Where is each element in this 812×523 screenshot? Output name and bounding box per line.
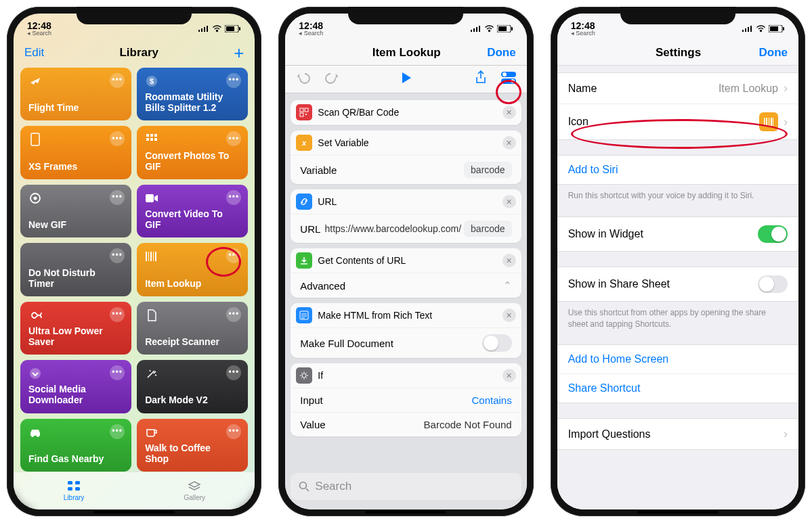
- share-shortcut-button[interactable]: Share Shortcut: [557, 374, 798, 403]
- shortcut-tile[interactable]: ••• New GIF: [20, 185, 131, 237]
- settings-toggle-button[interactable]: [500, 70, 516, 86]
- shortcut-tile[interactable]: ••• Ultra Low PowerSaver: [20, 302, 131, 355]
- screen-settings: 12:48 ◂ Search Settings Done Name Item L…: [557, 14, 798, 509]
- tab-gallery[interactable]: Gallery: [134, 472, 255, 509]
- svg-point-25: [31, 434, 34, 437]
- shortcut-tile[interactable]: ••• Walk to CoffeeShop: [137, 419, 248, 472]
- tile-more-button[interactable]: •••: [226, 424, 241, 439]
- shortcut-tile[interactable]: ••• Find Gas Nearby: [20, 419, 131, 472]
- home-indicator[interactable]: [637, 511, 719, 514]
- remove-action-button[interactable]: ✕: [503, 136, 516, 150]
- search-field[interactable]: Search: [291, 473, 521, 500]
- row-label: Show in Share Sheet: [568, 278, 758, 290]
- action-title: Make HTML from Rich Text: [318, 310, 496, 321]
- action-header[interactable]: If ✕: [291, 363, 521, 388]
- shortcut-tile[interactable]: ••• Do Not DisturbTimer: [20, 243, 131, 296]
- back-to-search[interactable]: ◂ Search: [299, 30, 323, 37]
- remove-action-button[interactable]: ✕: [503, 106, 516, 119]
- edit-button[interactable]: Edit: [24, 46, 44, 60]
- tile-more-button[interactable]: •••: [110, 73, 125, 88]
- widget-toggle[interactable]: [758, 225, 788, 243]
- tile-more-button[interactable]: •••: [110, 190, 125, 205]
- back-to-search[interactable]: ◂ Search: [571, 30, 595, 37]
- plane-icon: [28, 74, 42, 88]
- variable-pill[interactable]: barcode: [464, 162, 512, 178]
- shortcut-tile[interactable]: ••• XS Frames: [20, 126, 131, 179]
- action-row[interactable]: Advanced⌃: [291, 273, 521, 298]
- editor-toolbar: [285, 66, 526, 93]
- action-title: Get Contents of URL: [318, 255, 496, 266]
- share-button[interactable]: [473, 70, 489, 86]
- action-header[interactable]: Get Contents of URL ✕: [291, 248, 521, 273]
- import-questions-row[interactable]: Import Questions ›: [557, 419, 798, 449]
- tab-library[interactable]: Library: [14, 472, 134, 509]
- svg-rect-19: [146, 252, 147, 261]
- remove-action-button[interactable]: ✕: [503, 369, 516, 382]
- tile-more-button[interactable]: •••: [110, 131, 125, 146]
- action-row[interactable]: ValueBarcode Not Found: [291, 413, 521, 436]
- action-header[interactable]: URL ✕: [291, 189, 521, 214]
- remove-action-button[interactable]: ✕: [503, 309, 516, 322]
- show-in-sharesheet-row[interactable]: Show in Share Sheet: [557, 267, 798, 301]
- settings-row-icon[interactable]: Icon ›: [557, 104, 798, 139]
- tile-more-button[interactable]: •••: [226, 131, 241, 146]
- add-button[interactable]: +: [234, 47, 244, 58]
- action-header[interactable]: Scan QR/Bar Code ✕: [291, 100, 521, 125]
- phone-1: 12:48 ◂ Search Edit Library + ••• Flight…: [7, 7, 261, 516]
- sharesheet-footer: Use this shortcut from other apps by ope…: [557, 302, 798, 330]
- action-header[interactable]: x Set Variable ✕: [291, 131, 521, 156]
- page-title: Library: [119, 46, 158, 60]
- shortcut-tile[interactable]: ••• Dark Mode V2: [137, 360, 248, 413]
- notch: [620, 7, 735, 24]
- action-row[interactable]: Make Full Document: [291, 328, 521, 358]
- action-row[interactable]: Variablebarcode: [291, 156, 521, 184]
- action-row[interactable]: URLhttps://www.barcodelookup.com/barcode: [291, 214, 521, 243]
- page-title: Settings: [598, 46, 759, 60]
- shortcut-tile[interactable]: ••• Convert Photos ToGIF: [137, 126, 248, 179]
- action-card: x Set Variable ✕ Variablebarcode: [291, 131, 521, 184]
- chevron-up-icon[interactable]: ⌃: [503, 279, 512, 292]
- done-button[interactable]: Done: [487, 46, 516, 60]
- add-to-siri-button[interactable]: Add to Siri: [557, 156, 798, 184]
- back-to-search[interactable]: ◂ Search: [27, 30, 51, 37]
- tile-label: Flight Time: [28, 102, 123, 113]
- shortcut-tile[interactable]: ••• Social Media Downloader: [20, 360, 131, 413]
- tile-more-button[interactable]: •••: [226, 307, 241, 322]
- shortcut-tile[interactable]: $ ••• Roommate UtilityBills Splitter 1.2: [137, 68, 248, 120]
- tile-label: Item Lookup: [145, 278, 240, 289]
- remove-action-button[interactable]: ✕: [503, 254, 516, 267]
- svg-rect-0: [198, 30, 200, 32]
- shortcut-tile[interactable]: ••• Receipt Scanner: [137, 302, 248, 355]
- add-to-homescreen-button[interactable]: Add to Home Screen: [557, 345, 798, 374]
- tile-more-button[interactable]: •••: [110, 307, 125, 322]
- action-header[interactable]: Make HTML from Rich Text ✕: [291, 303, 521, 328]
- row-label: Icon: [568, 116, 759, 128]
- home-indicator[interactable]: [93, 511, 175, 514]
- settings-row-name[interactable]: Name Item Lookup ›: [557, 73, 798, 104]
- condition-value[interactable]: Contains: [471, 394, 511, 406]
- remove-action-button[interactable]: ✕: [503, 195, 516, 208]
- redo-button[interactable]: [323, 70, 339, 86]
- done-button[interactable]: Done: [758, 46, 788, 60]
- shortcut-tile[interactable]: ••• Convert Video ToGIF: [137, 185, 248, 237]
- play-button[interactable]: [398, 70, 414, 86]
- svg-rect-44: [300, 113, 303, 116]
- tile-more-button[interactable]: •••: [226, 365, 241, 380]
- tile-more-button[interactable]: •••: [110, 424, 125, 439]
- tile-more-button[interactable]: •••: [226, 248, 241, 263]
- wifi-icon: [756, 25, 766, 32]
- shortcut-tile[interactable]: ••• Item Lookup: [137, 243, 248, 296]
- variable-pill[interactable]: barcode: [464, 221, 512, 237]
- sharesheet-toggle[interactable]: [758, 275, 788, 293]
- tile-more-button[interactable]: •••: [110, 365, 125, 380]
- undo-button[interactable]: [296, 70, 312, 86]
- show-in-widget-row[interactable]: Show in Widget: [557, 217, 798, 251]
- tile-label: Receipt Scanner: [145, 336, 240, 347]
- home-indicator[interactable]: [365, 511, 446, 514]
- action-row[interactable]: InputContains: [291, 388, 521, 413]
- tile-more-button[interactable]: •••: [226, 190, 241, 205]
- row-toggle[interactable]: [482, 334, 512, 352]
- tile-more-button[interactable]: •••: [226, 73, 241, 88]
- shortcut-tile[interactable]: ••• Flight Time: [20, 68, 131, 120]
- tile-more-button[interactable]: •••: [110, 248, 125, 263]
